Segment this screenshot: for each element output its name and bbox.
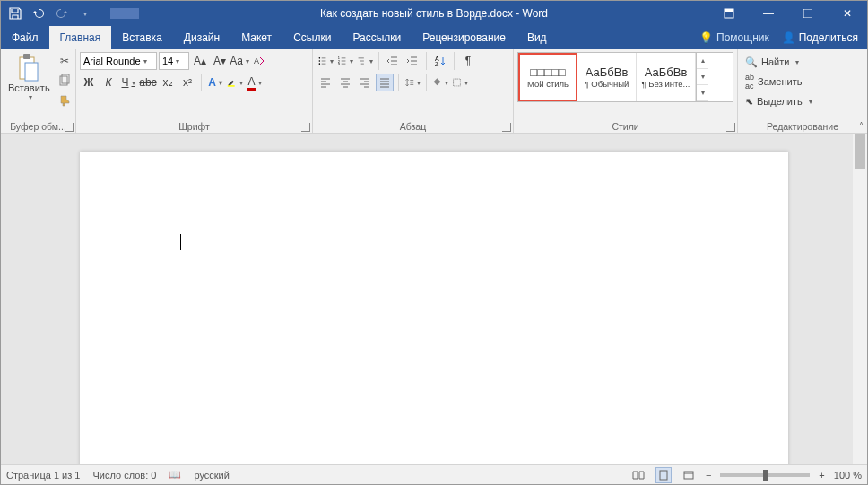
window-controls: — ✕	[709, 1, 867, 26]
minimize-icon[interactable]: —	[749, 1, 788, 26]
zoom-slider[interactable]	[720, 473, 810, 477]
find-button[interactable]: 🔍Найти▾	[742, 52, 864, 72]
zoom-handle[interactable]	[763, 470, 768, 481]
increase-indent-icon[interactable]	[404, 52, 421, 70]
styles-scroll: ▴ ▾ ▾	[696, 53, 708, 101]
spellcheck-icon[interactable]: 📖	[169, 469, 181, 481]
svg-rect-2	[803, 9, 812, 18]
show-marks-icon[interactable]: ¶	[459, 52, 477, 70]
window-title: Как создать новый стиль в Ворде.docx - W…	[320, 7, 548, 20]
tab-references[interactable]: Ссылки	[282, 26, 342, 49]
numbering-icon[interactable]: 123▾	[336, 52, 354, 70]
paste-button[interactable]: Вставить ▾	[4, 52, 54, 103]
shading-icon[interactable]: ▾	[431, 74, 449, 91]
replace-button[interactable]: abacЗаменить	[742, 72, 864, 91]
tab-mailings[interactable]: Рассылки	[342, 26, 412, 49]
style-no-spacing[interactable]: АаБбВв ¶ Без инте...	[637, 53, 696, 101]
strike-button[interactable]: abc	[139, 74, 157, 91]
read-mode-icon[interactable]	[630, 467, 647, 483]
search-icon: 🔍	[745, 56, 758, 68]
launcher-icon[interactable]	[301, 123, 310, 132]
svg-point-11	[319, 60, 321, 62]
page[interactable]	[80, 152, 788, 464]
multilevel-list-icon[interactable]: ▾	[356, 52, 374, 70]
qat-dropdown-icon[interactable]: ▾	[78, 6, 92, 21]
bullets-icon[interactable]: ▾	[317, 52, 334, 70]
share-icon: 👤	[782, 31, 795, 44]
tell-me[interactable]: 💡Помощник	[699, 31, 769, 44]
svg-rect-1	[725, 9, 733, 12]
zoom-in-icon[interactable]: +	[819, 470, 824, 481]
clear-formatting-icon[interactable]: A	[250, 52, 268, 70]
tab-home[interactable]: Главная	[49, 26, 112, 49]
redo-icon[interactable]	[55, 6, 69, 21]
svg-rect-19	[660, 471, 667, 480]
align-center-icon[interactable]	[336, 74, 354, 91]
undo-icon[interactable]	[31, 6, 46, 21]
bold-button[interactable]: Ж	[80, 74, 98, 91]
svg-point-12	[319, 63, 321, 65]
italic-button[interactable]: К	[100, 74, 117, 91]
styles-more-icon[interactable]: ▾	[697, 85, 708, 101]
subscript-button[interactable]: x₂	[159, 74, 177, 91]
text-cursor	[180, 234, 181, 250]
style-normal[interactable]: АаБбВв ¶ Обычный	[577, 53, 637, 101]
style-my-style[interactable]: □□□□□ Мой стиль	[518, 53, 577, 101]
tab-insert[interactable]: Вставка	[111, 26, 173, 49]
launcher-icon[interactable]	[65, 123, 74, 132]
group-font: Arial Rounde▾ 14▾ A▴ A▾ Aa▾ A Ж К Ч▾ abc…	[76, 49, 313, 133]
tab-review[interactable]: Рецензирование	[412, 26, 516, 49]
scroll-thumb[interactable]	[855, 134, 865, 169]
launcher-icon[interactable]	[726, 123, 735, 132]
change-case-icon[interactable]: Aa▾	[230, 52, 248, 70]
status-words[interactable]: Число слов: 0	[92, 470, 156, 481]
status-language[interactable]: русский	[194, 470, 229, 481]
svg-text:3: 3	[338, 62, 340, 66]
group-styles: □□□□□ Мой стиль АаБбВв ¶ Обычный АаБбВв …	[514, 49, 738, 133]
font-color-icon[interactable]: A▾	[246, 74, 264, 91]
align-left-icon[interactable]	[317, 74, 334, 91]
cut-icon[interactable]: ✂	[56, 52, 74, 70]
underline-button[interactable]: Ч▾	[119, 74, 137, 91]
tab-view[interactable]: Вид	[516, 26, 558, 49]
tab-layout[interactable]: Макет	[230, 26, 282, 49]
select-button[interactable]: ⬉Выделить▾	[742, 91, 864, 111]
styles-up-icon[interactable]: ▴	[697, 53, 708, 69]
copy-icon[interactable]	[56, 72, 74, 90]
grow-font-icon[interactable]: A▴	[191, 52, 209, 70]
text-effects-icon[interactable]: A▾	[206, 74, 224, 91]
highlight-icon[interactable]: ▾	[226, 74, 244, 91]
save-icon[interactable]	[8, 6, 22, 21]
justify-icon[interactable]	[376, 74, 394, 91]
tab-file[interactable]: Файл	[1, 26, 49, 49]
font-size-combo[interactable]: 14▾	[159, 52, 189, 70]
ribbon: Вставить ▾ ✂ Буфер обм... Arial Rounde▾ …	[1, 49, 867, 134]
vertical-scrollbar[interactable]	[853, 134, 867, 464]
sort-icon[interactable]: AZ	[431, 52, 449, 70]
font-name-combo[interactable]: Arial Rounde▾	[80, 52, 157, 70]
document-area[interactable]	[1, 134, 867, 464]
zoom-out-icon[interactable]: −	[706, 470, 711, 481]
web-layout-icon[interactable]	[681, 467, 697, 483]
decrease-indent-icon[interactable]	[384, 52, 402, 70]
ribbon-options-icon[interactable]	[709, 1, 749, 26]
superscript-button[interactable]: x²	[178, 74, 196, 91]
launcher-icon[interactable]	[502, 123, 511, 132]
borders-icon[interactable]: ▾	[451, 74, 469, 91]
select-icon: ⬉	[745, 96, 753, 108]
shrink-font-icon[interactable]: A▾	[211, 52, 229, 70]
align-right-icon[interactable]	[356, 74, 374, 91]
svg-point-10	[319, 57, 321, 59]
status-page[interactable]: Страница 1 из 1	[6, 470, 80, 481]
collapse-ribbon-icon[interactable]: ˄	[859, 121, 864, 131]
maximize-icon[interactable]	[788, 1, 828, 26]
format-painter-icon[interactable]	[56, 91, 74, 109]
zoom-level[interactable]: 100 %	[834, 470, 862, 481]
tab-design[interactable]: Дизайн	[173, 26, 230, 49]
print-layout-icon[interactable]	[655, 467, 672, 483]
close-icon[interactable]: ✕	[828, 1, 867, 26]
share-button[interactable]: 👤Поделиться	[782, 31, 858, 44]
styles-gallery: □□□□□ Мой стиль АаБбВв ¶ Обычный АаБбВв …	[517, 52, 733, 102]
line-spacing-icon[interactable]: ▾	[404, 74, 421, 91]
styles-down-icon[interactable]: ▾	[697, 69, 708, 85]
